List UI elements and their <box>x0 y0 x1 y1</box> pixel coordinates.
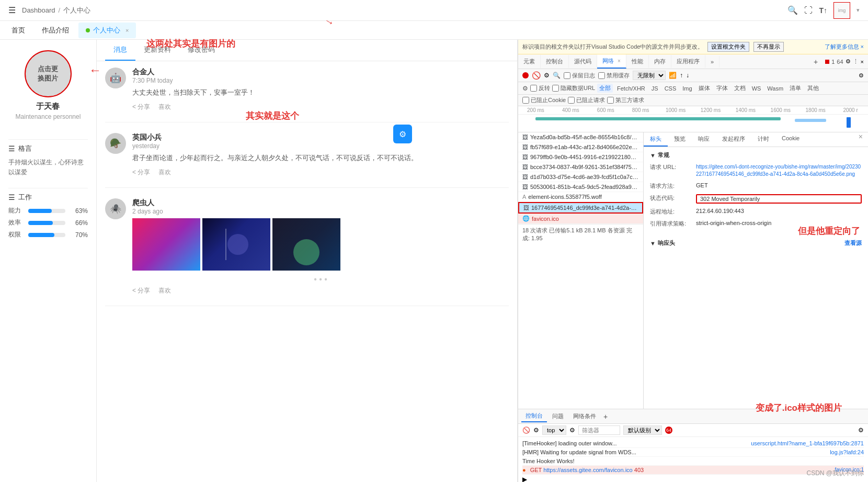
tab-close-icon[interactable]: × <box>125 27 129 33</box>
view-source-link[interactable]: 查看源 <box>844 239 862 247</box>
post-like-2[interactable]: 喜欢 <box>158 168 171 177</box>
ctab-change-password[interactable]: 修改密码 <box>179 40 223 61</box>
dt-tab-elements[interactable]: 元素 <box>518 55 541 68</box>
invert-label[interactable]: 反转 <box>530 84 550 92</box>
request-url-value[interactable]: https://gitee.com/i-dont-recognize-you/b… <box>696 163 862 178</box>
filter-manifest[interactable]: 清单 <box>787 84 803 93</box>
detail-tab-initiator[interactable]: 发起程序 <box>716 132 751 147</box>
preserve-log-label[interactable]: 保留日志 <box>564 72 595 80</box>
console-link-0[interactable]: userscript.html?name_1-bfa19f697b5b:2871 <box>751 440 864 446</box>
console-tab-console[interactable]: 控制台 <box>521 410 547 422</box>
post-share-3[interactable]: < 分享 <box>132 286 150 295</box>
filter-js[interactable]: JS <box>649 85 660 92</box>
post-like-3[interactable]: 喜欢 <box>158 286 171 295</box>
network-item-1[interactable]: 🖼 fb57f689-e1ab-443c-af12-8d4066e202e2.j… <box>518 142 643 152</box>
network-item-5[interactable]: 🖼 50530061-851b-4ca5-9dc5-2fead928a939.j… <box>518 182 643 192</box>
breadcrumb-current[interactable]: 个人中心 <box>63 6 90 15</box>
network-item-2[interactable]: 🖼 9679ffb0-9e0b-4451-9916-e21992218054.j… <box>518 152 643 162</box>
avatar-circle[interactable]: 点击更 换图片 <box>25 50 72 97</box>
console-filter-input[interactable] <box>578 425 620 435</box>
filter-icon[interactable]: ⚙ <box>544 72 550 79</box>
ctab-messages[interactable]: 消息 <box>105 40 135 61</box>
network-item-3[interactable]: 🖼 bcce3734-0837-4b9f-9261-351ef384f75a.j… <box>518 162 643 172</box>
general-section-title[interactable]: ▼ 常规 <box>650 151 862 159</box>
blocked-requests-label[interactable]: 已阻止请求 <box>568 96 605 104</box>
disable-cache-label[interactable]: 禁用缓存 <box>598 72 630 80</box>
detail-tab-timing[interactable]: 计时 <box>751 132 775 147</box>
detail-tab-preview[interactable]: 预览 <box>668 132 692 147</box>
dt-tab-console[interactable]: 控制台 <box>541 55 569 68</box>
blocked-requests-checkbox[interactable] <box>568 97 575 104</box>
detail-tab-cookies[interactable]: Cookie <box>775 132 806 147</box>
search-icon[interactable]: 🔍 <box>787 5 798 15</box>
settings-fab[interactable]: ⚙ <box>393 125 412 143</box>
console-context-select[interactable]: top <box>542 425 566 435</box>
console-add-tab[interactable]: + <box>603 412 608 421</box>
network-item-6[interactable]: A element-icons.535877f5.woff <box>518 192 643 202</box>
devtools-add-icon[interactable]: + <box>810 58 821 66</box>
post-like-1[interactable]: 喜欢 <box>158 103 171 111</box>
dt-tab-more[interactable]: » <box>705 56 719 68</box>
settings-icon-net[interactable]: ⚙ <box>859 72 864 79</box>
throttle-select[interactable]: 无限制 <box>633 71 666 80</box>
dt-tab-sources[interactable]: 源代码 <box>569 55 597 68</box>
dt-tab-application[interactable]: 应用程序 <box>671 55 705 68</box>
network-item-4[interactable]: 🖼 d1d7b033-d75e-4cd6-ae39-fcd5f1c0a7c5.j… <box>518 172 643 182</box>
console-clear-icon[interactable]: 🚫 <box>522 427 530 434</box>
filter-doc[interactable]: 文档 <box>732 84 748 93</box>
network-item-7[interactable]: 🖼 1677469545146_dc99fd3e-a741-4d2a-8c4a-… <box>518 202 643 214</box>
hide-data-url-label[interactable]: 隐藏数据URL <box>552 84 595 92</box>
filter-ws[interactable]: WS <box>750 85 763 92</box>
learn-more-link[interactable]: 了解更多信息 × <box>825 43 864 51</box>
filter-other[interactable]: 其他 <box>805 84 821 93</box>
filter-font[interactable]: 字体 <box>714 84 730 93</box>
devtools-close-icon[interactable]: × <box>861 59 864 65</box>
dt-tab-memory[interactable]: 内存 <box>649 55 671 68</box>
top-avatar[interactable]: img <box>833 2 850 19</box>
third-party-checkbox[interactable] <box>607 97 614 104</box>
console-filter-icon[interactable]: ⚙ <box>533 427 539 434</box>
hide-data-url-checkbox[interactable] <box>552 85 559 92</box>
disable-cache-checkbox[interactable] <box>598 72 605 79</box>
filter-img[interactable]: Img <box>680 85 694 92</box>
network-item-0[interactable]: 🖼 Yeza5d0a-bd5b-45/f-ac8e-86554b16c8/b.j… <box>518 132 643 142</box>
console-tab-network-conditions[interactable]: 网络条件 <box>569 411 600 422</box>
blocked-cookies-checkbox[interactable] <box>522 97 529 104</box>
clear-icon[interactable]: 🚫 <box>532 71 541 80</box>
ctab-update-profile[interactable]: 更新资料 <box>135 40 179 61</box>
third-party-label[interactable]: 第三方请求 <box>607 96 644 104</box>
fullscreen-icon[interactable]: ⛶ <box>804 6 813 15</box>
blocked-cookies-label[interactable]: 已阻止Cookie <box>522 96 566 104</box>
setup-folder-button[interactable]: 设置根文件夹 <box>707 42 749 52</box>
devtools-gear-icon[interactable]: ⚙ <box>846 58 851 65</box>
favicon-link[interactable]: https://assets.gitee.com/favicon.ico <box>543 467 633 473</box>
network-item-8[interactable]: 🌐 favicon.ico <box>518 214 643 224</box>
post-share-2[interactable]: < 分享 <box>132 168 150 177</box>
filter-media[interactable]: 媒体 <box>696 84 712 93</box>
dont-show-button[interactable]: 不再显示 <box>753 42 784 52</box>
console-link-1[interactable]: log.js?lafd:24 <box>830 449 864 455</box>
response-headers-title[interactable]: ▼ 响应头 查看源 <box>650 239 862 247</box>
dt-tab-network[interactable]: 网络 × <box>597 54 626 69</box>
devtools-more-icon[interactable]: ⋮ <box>853 58 859 65</box>
breadcrumb-dashboard[interactable]: Dashboard <box>22 6 55 14</box>
record-icon[interactable] <box>522 72 529 79</box>
filter-wasm[interactable]: Wasm <box>765 85 785 92</box>
preserve-log-checkbox[interactable] <box>564 72 570 79</box>
tab-works[interactable]: 作品介绍 <box>35 23 76 38</box>
search-icon-net[interactable]: 🔍 <box>553 72 561 79</box>
dt-tab-performance[interactable]: 性能 <box>626 55 649 68</box>
detail-tab-headers[interactable]: 标头 <box>644 132 668 147</box>
tab-home[interactable]: 首页 <box>4 23 32 38</box>
detail-tab-response[interactable]: 响应 <box>692 132 716 147</box>
console-level-select[interactable]: 默认级别 <box>623 425 662 435</box>
font-icon[interactable]: T↑ <box>819 6 827 15</box>
filter-all[interactable]: 全部 <box>597 84 613 93</box>
tab-profile[interactable]: 个人中心 × <box>78 23 136 38</box>
invert-checkbox[interactable] <box>530 85 537 92</box>
filter-css[interactable]: CSS <box>663 85 679 92</box>
post-share-1[interactable]: < 分享 <box>132 103 150 111</box>
menu-icon[interactable]: ☰ <box>8 5 16 15</box>
console-tab-issues[interactable]: 问题 <box>548 411 568 422</box>
network-tab-close[interactable]: × <box>618 58 621 64</box>
